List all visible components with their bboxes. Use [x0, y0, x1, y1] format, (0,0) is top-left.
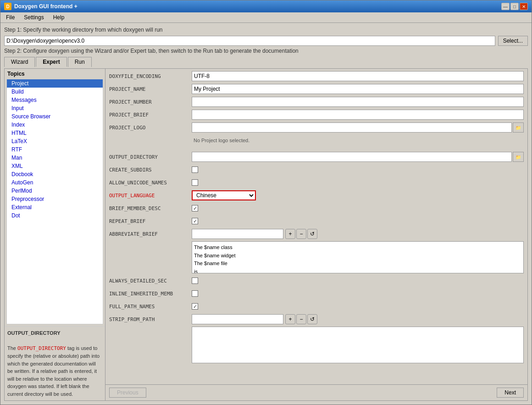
- abbrev-item-1[interactable]: The $name widget: [194, 252, 521, 260]
- field-row-strip-from-path: STRIP_FROM_PATH + − ↺: [109, 314, 524, 325]
- strip-path-reset-btn[interactable]: ↺: [307, 314, 317, 324]
- field-row-inline-inherited: INLINE_INHERITED_MEMB: [109, 288, 524, 299]
- topic-docbook[interactable]: Docbook: [7, 170, 103, 178]
- output-dir-input-group: 📁: [192, 152, 524, 162]
- topic-index[interactable]: Index: [7, 121, 103, 129]
- field-row-project-logo: PROJECT_LOGO 📁: [109, 122, 524, 133]
- menu-bar: File Settings Help: [0, 12, 532, 23]
- label-project-name: PROJECT_NAME: [109, 86, 192, 92]
- strip-path-remove-btn[interactable]: −: [296, 314, 306, 324]
- topics-list: Project Build Messages Input Source Brow…: [6, 79, 103, 324]
- label-doxyfile-encoding: DOXYFILE_ENCODING: [109, 73, 192, 79]
- topic-build[interactable]: Build: [7, 88, 103, 96]
- topic-input[interactable]: Input: [7, 104, 103, 112]
- topic-latex[interactable]: LaTeX: [7, 137, 103, 145]
- main-window: D Doxygen GUI frontend + — □ ✕ File Sett…: [0, 0, 532, 405]
- field-row-brief-member-desc: BRIEF_MEMBER_DESC: [109, 203, 524, 214]
- menu-settings[interactable]: Settings: [20, 13, 47, 22]
- topic-project[interactable]: Project: [7, 79, 103, 88]
- output-dir-browse-btn[interactable]: 📁: [513, 152, 524, 162]
- topic-xml[interactable]: XML: [7, 162, 103, 170]
- topic-external[interactable]: External: [7, 203, 103, 211]
- abbrev-add-btn[interactable]: +: [285, 229, 295, 239]
- label-strip-from-path: STRIP_FROM_PATH: [109, 316, 192, 322]
- checkbox-brief-member-desc[interactable]: [192, 205, 198, 211]
- next-button[interactable]: Next: [497, 388, 524, 398]
- abbrev-reset-btn[interactable]: ↺: [307, 229, 317, 239]
- topic-messages[interactable]: Messages: [7, 96, 103, 104]
- select-button[interactable]: Select...: [498, 36, 528, 46]
- label-brief-member-desc: BRIEF_MEMBER_DESC: [109, 205, 192, 211]
- topic-man[interactable]: Man: [7, 154, 103, 162]
- input-abbreviate-brief[interactable]: [192, 229, 283, 239]
- topic-rtf[interactable]: RTF: [7, 145, 103, 154]
- right-scroll-area[interactable]: DOXYFILE_ENCODING PROJECT_NAME PROJECT_N…: [105, 69, 527, 384]
- working-dir-input[interactable]: [4, 36, 495, 46]
- label-allow-unicode: ALLOW_UNICODE_NAMES: [109, 180, 192, 186]
- input-project-brief[interactable]: [192, 110, 524, 120]
- output-dir-desc: The OUTPUT_DIRECTORY tag is used to spec…: [7, 344, 102, 398]
- topics-header: Topics: [5, 69, 105, 79]
- input-strip-from-path[interactable]: [192, 314, 283, 324]
- tab-expert[interactable]: Expert: [36, 57, 66, 67]
- field-row-project-brief: PROJECT_BRIEF: [109, 109, 524, 120]
- select-output-language[interactable]: Afrikaans Arabic Armenian Brazilian Cata…: [192, 190, 256, 200]
- close-button[interactable]: ✕: [520, 3, 528, 10]
- topic-preprocessor[interactable]: Preprocessor: [7, 195, 103, 203]
- input-doxyfile-encoding[interactable]: [192, 71, 524, 81]
- tab-wizard[interactable]: Wizard: [4, 57, 35, 67]
- input-output-directory[interactable]: [192, 152, 512, 162]
- label-create-subdirs: CREATE_SUBDIRS: [109, 167, 192, 173]
- left-panel: Topics Project Build Messages Input Sour…: [5, 69, 105, 400]
- right-panel: DOXYFILE_ENCODING PROJECT_NAME PROJECT_N…: [105, 69, 527, 400]
- field-row-project-name: PROJECT_NAME: [109, 83, 524, 94]
- strip-from-path-list[interactable]: [192, 327, 524, 363]
- checkbox-always-detailed[interactable]: [192, 277, 198, 284]
- abbrev-item-2[interactable]: The $name file: [194, 260, 521, 268]
- topic-dot[interactable]: Dot: [7, 211, 103, 220]
- input-project-name[interactable]: [192, 84, 524, 94]
- label-output-language: OUTPUT_LANGUAGE: [109, 193, 192, 199]
- field-row-create-subdirs: CREATE_SUBDIRS: [109, 164, 524, 175]
- divider1: [109, 148, 524, 151]
- abbreviate-brief-list[interactable]: The $name class The $name widget The $na…: [192, 241, 524, 273]
- checkbox-inline-inherited[interactable]: [192, 290, 198, 297]
- abbrev-remove-btn[interactable]: −: [296, 229, 306, 239]
- minimize-button[interactable]: —: [501, 3, 510, 10]
- main-content: Step 1: Specify the working directory fr…: [0, 23, 532, 405]
- strip-path-buttons: + − ↺: [285, 314, 317, 324]
- topic-perlmod[interactable]: PerlMod: [7, 187, 103, 195]
- field-row-project-number: PROJECT_NUMBER: [109, 96, 524, 107]
- menu-file[interactable]: File: [2, 13, 18, 22]
- topic-autogen[interactable]: AutoGen: [7, 178, 103, 187]
- app-icon: D: [4, 3, 11, 10]
- strip-from-path-group: + − ↺: [192, 314, 524, 324]
- checkbox-repeat-brief[interactable]: [192, 218, 198, 224]
- title-bar: D Doxygen GUI frontend + — □ ✕: [0, 0, 532, 12]
- label-inline-inherited: INLINE_INHERITED_MEMB: [109, 291, 192, 297]
- field-row-doxyfile-encoding: DOXYFILE_ENCODING: [109, 71, 524, 82]
- abbrev-item-3[interactable]: is: [194, 268, 521, 273]
- label-abbreviate-brief: ABBREVIATE_BRIEF: [109, 231, 192, 237]
- abbreviate-brief-buttons: + − ↺: [285, 229, 317, 239]
- field-row-abbreviate-brief: ABBREVIATE_BRIEF + − ↺: [109, 228, 524, 239]
- label-always-detailed: ALWAYS_DETAILED_SEC: [109, 278, 192, 284]
- checkbox-create-subdirs[interactable]: [192, 166, 198, 173]
- strip-path-add-btn[interactable]: +: [285, 314, 295, 324]
- field-row-abbrev-list: The $name class The $name widget The $na…: [109, 241, 524, 273]
- menu-help[interactable]: Help: [50, 13, 68, 22]
- project-logo-browse-btn[interactable]: 📁: [513, 122, 524, 133]
- previous-button[interactable]: Previous: [109, 388, 146, 398]
- tab-run[interactable]: Run: [68, 57, 92, 67]
- tab-content: Topics Project Build Messages Input Sour…: [4, 68, 528, 401]
- no-logo-label: No Project logo selected.: [192, 138, 249, 143]
- topic-source-browser[interactable]: Source Browser: [7, 112, 103, 121]
- abbrev-item-0[interactable]: The $name class: [194, 244, 521, 252]
- input-project-logo[interactable]: [192, 122, 512, 133]
- checkbox-full-path-names[interactable]: [192, 303, 198, 310]
- checkbox-allow-unicode[interactable]: [192, 179, 198, 186]
- maximize-button[interactable]: □: [510, 3, 519, 10]
- label-full-path-names: FULL_PATH_NAMES: [109, 304, 192, 310]
- input-project-number[interactable]: [192, 97, 524, 107]
- topic-html[interactable]: HTML: [7, 129, 103, 137]
